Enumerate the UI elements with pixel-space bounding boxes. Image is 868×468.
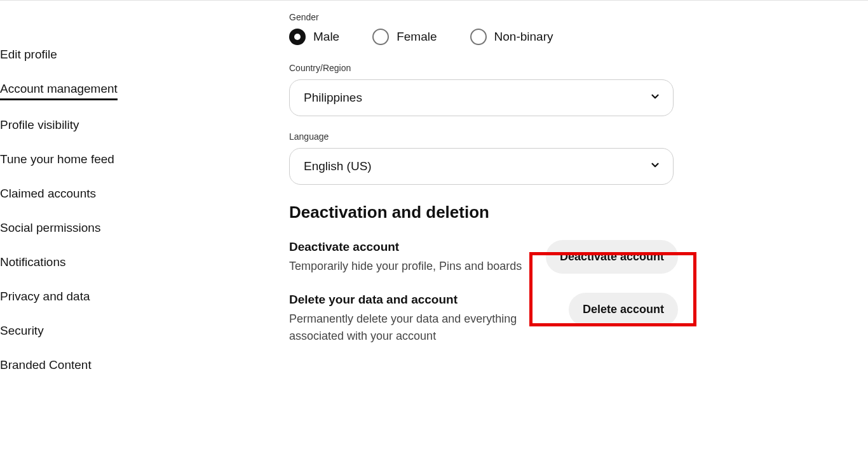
gender-radio-group: Male Female Non-binary <box>289 29 868 45</box>
gender-option-label: Male <box>313 30 339 44</box>
settings-main: Gender Male Female Non-binary Country/Re… <box>165 1 868 468</box>
deactivate-row: Deactivate account Temporarily hide your… <box>289 240 678 275</box>
gender-option-male[interactable]: Male <box>289 29 339 45</box>
deactivate-desc: Temporarily hide your profile, Pins and … <box>289 258 522 275</box>
gender-option-label: Female <box>397 30 437 44</box>
language-select[interactable]: English (US) <box>289 148 674 185</box>
sidebar-item-claimed-accounts[interactable]: Claimed accounts <box>0 177 96 211</box>
radio-unselected-icon <box>470 29 487 45</box>
radio-unselected-icon <box>372 29 389 45</box>
sidebar-item-branded-content[interactable]: Branded Content <box>0 348 92 382</box>
delete-title: Delete your data and account <box>289 293 543 307</box>
sidebar-item-social-permissions[interactable]: Social permissions <box>0 211 100 245</box>
deactivate-account-button[interactable]: Deactivate account <box>546 240 678 274</box>
sidebar-item-tune-home-feed[interactable]: Tune your home feed <box>0 142 114 177</box>
deactivate-title: Deactivate account <box>289 240 522 254</box>
language-label: Language <box>289 131 868 142</box>
settings-sidebar: Edit profile Account management Profile … <box>0 1 165 468</box>
delete-row: Delete your data and account Permanently… <box>289 293 678 345</box>
country-select[interactable]: Philippines <box>289 79 674 116</box>
sidebar-item-account-management[interactable]: Account management <box>0 72 118 100</box>
country-value: Philippines <box>304 91 362 105</box>
sidebar-item-profile-visibility[interactable]: Profile visibility <box>0 108 79 142</box>
deactivation-deletion-title: Deactivation and deletion <box>289 203 868 222</box>
gender-option-nonbinary[interactable]: Non-binary <box>470 29 553 45</box>
gender-option-female[interactable]: Female <box>372 29 437 45</box>
delete-desc: Permanently delete your data and everyth… <box>289 311 543 345</box>
language-value: English (US) <box>304 159 372 173</box>
radio-selected-icon <box>289 29 306 45</box>
delete-account-button[interactable]: Delete account <box>569 293 678 326</box>
country-label: Country/Region <box>289 63 868 73</box>
gender-label: Gender <box>289 12 868 22</box>
gender-option-label: Non-binary <box>494 30 553 44</box>
sidebar-item-notifications[interactable]: Notifications <box>0 245 66 279</box>
sidebar-item-security[interactable]: Security <box>0 314 44 348</box>
sidebar-item-privacy-data[interactable]: Privacy and data <box>0 279 90 314</box>
sidebar-item-edit-profile[interactable]: Edit profile <box>0 37 57 72</box>
